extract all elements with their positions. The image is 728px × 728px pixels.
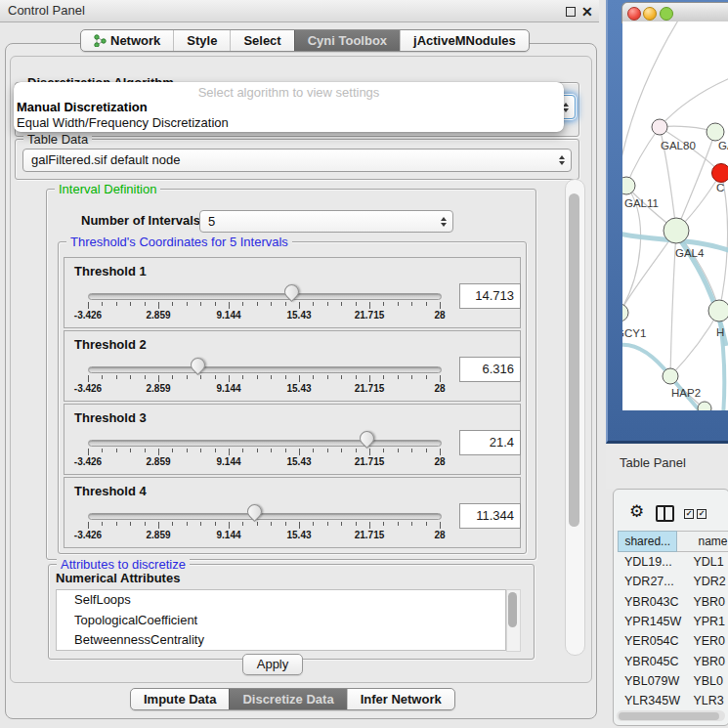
column-header-name[interactable]: name [677,531,728,552]
content-scrollbar[interactable] [565,179,585,656]
slider-tick-labels: -3.4262.8599.14415.4321.71528 [88,310,440,321]
zoom-traffic-light[interactable] [660,7,673,21]
network-edge[interactable] [622,21,681,197]
table-row[interactable]: YDL19...YDL1 [618,552,728,572]
tick-mark [215,449,216,452]
GAL80-node[interactable] [652,119,667,135]
threshold-value-field[interactable]: 6.316 [459,357,521,382]
HAP2-node[interactable] [663,368,678,384]
GAL4-node[interactable] [664,218,689,243]
algorithm-option-equal-width[interactable]: Equal Width/Frequency Discretization [17,115,229,130]
scrollbar-thumb[interactable] [619,712,719,720]
cell-shared-name: YBR043C [618,595,689,609]
GAL11-node[interactable] [622,177,635,194]
table-row[interactable]: YDR27...YDR2 [618,572,728,591]
numerical-attributes-list[interactable]: SelfLoopsTopologicalCoefficientBetweenne… [56,589,506,651]
table-data-combobox[interactable]: galFiltered.sif default node [22,149,572,172]
table-row[interactable]: YBR045CYBR0 [618,651,728,670]
tick-mark [411,302,412,306]
tick-mark [383,522,384,526]
apply-button[interactable]: Apply [242,654,303,675]
attribute-list-item[interactable]: BetweennessCentrality [57,630,505,651]
table-row[interactable]: YLR345WYLR3 [618,691,728,708]
tab-infer-network[interactable]: Infer Network [347,689,454,709]
tab-style[interactable]: Style [173,30,230,51]
slider-track[interactable] [88,293,442,300]
tab-select[interactable]: Select [230,30,293,51]
threshold-value-field[interactable]: 14.713 [459,283,521,309]
HAP2-node-label: HAP2 [671,387,701,399]
tick-mark [383,449,384,452]
attributes-list-scrollbar[interactable] [506,589,521,652]
cell-name: YLR3 [689,694,728,707]
tick-label: -3.426 [74,530,102,540]
algorithm-option-manual[interactable]: Manual Discretization [17,100,148,114]
right-node[interactable] [708,300,728,321]
tick-label: 2.859 [146,456,170,467]
table-row[interactable]: YPR145WYPR1 [618,612,728,631]
float-window-icon[interactable] [566,7,576,17]
network-edge[interactable] [660,78,728,127]
tick-mark [356,302,357,306]
numerical-attributes-label: Numerical Attributes [56,571,180,585]
table-horizontal-scrollbar[interactable] [617,710,725,721]
tick-label: 9.144 [216,383,240,394]
red-node[interactable] [712,164,728,183]
column-header-shared-name[interactable]: shared... [618,531,677,552]
threshold-value-field[interactable]: 11.344 [459,503,521,529]
tick-mark [383,302,384,306]
tab-jactivemnodules[interactable]: jActiveMNodules [400,30,529,51]
scrollbar-thumb[interactable] [569,193,579,527]
network-canvas[interactable]: GAL80GACGAL11GAL4GCY1HHAP2 [622,21,728,410]
network-edge[interactable] [719,173,728,311]
tab-cyni-toolbox[interactable]: Cyni Toolbox [294,30,400,51]
table-row[interactable]: YBR043CYBR0 [618,592,728,612]
tick-mark [327,302,328,306]
tick-mark [285,302,286,306]
top-right-node[interactable] [707,123,724,141]
tab-impute-data[interactable]: Impute Data [131,689,229,709]
tick-mark [172,302,173,306]
tab-network[interactable]: Network [81,30,173,51]
threshold-panel-4: Threshold 4-3.4262.8599.14415.4321.71528… [64,477,521,548]
tick-mark [411,375,412,379]
attribute-list-item[interactable]: TopologicalCoefficient [57,611,505,631]
control-panel-titlebar: Control Panel ✕ [0,0,599,22]
tick-mark [172,375,173,379]
gear-icon[interactable]: ⚙ [629,501,644,522]
scrollbar-thumb[interactable] [508,592,517,627]
tick-label: 2.859 [146,383,170,394]
tick-mark [215,302,216,306]
checkbox-icon[interactable]: ✓ [684,509,694,519]
cell-name: YBR0 [689,595,728,609]
network-edge[interactable] [670,311,719,376]
network-edge[interactable] [622,231,676,313]
close-traffic-light[interactable] [627,7,641,21]
network-graph[interactable]: GAL80GACGAL11GAL4GCY1HHAP2 [622,21,728,410]
tick-mark [130,302,131,306]
slider-ticks [88,449,440,456]
network-icon [94,34,107,47]
table-row[interactable]: YER054CYER0 [618,631,728,651]
table-row[interactable]: YBL079WYBL0 [618,671,728,691]
tick-mark [102,522,103,526]
tab-label: Infer Network [361,692,442,707]
network-window-titlebar [621,2,728,23]
checkbox-icon[interactable]: ✓ [697,509,707,519]
tick-mark [440,302,441,309]
bottom-node[interactable] [698,402,711,410]
split-columns-icon[interactable] [656,505,674,522]
tab-discretize-data[interactable]: Discretize Data [229,689,346,709]
attribute-list-item[interactable]: SelfLoops [57,590,505,611]
top-right-node-label: GA [718,140,728,151]
slider-tick-labels: -3.4262.8599.14415.4321.71528 [88,383,440,395]
threshold-value-field[interactable]: 21.4 [459,430,521,455]
close-icon[interactable]: ✕ [581,2,593,21]
network-edge[interactable] [626,127,660,186]
minimize-traffic-light[interactable] [643,7,657,21]
slider-track[interactable] [88,440,442,447]
slider-track[interactable] [88,366,442,373]
num-intervals-combobox[interactable]: 5 [199,210,453,233]
slider-track[interactable] [88,513,442,520]
GCY1-node[interactable] [622,304,628,321]
